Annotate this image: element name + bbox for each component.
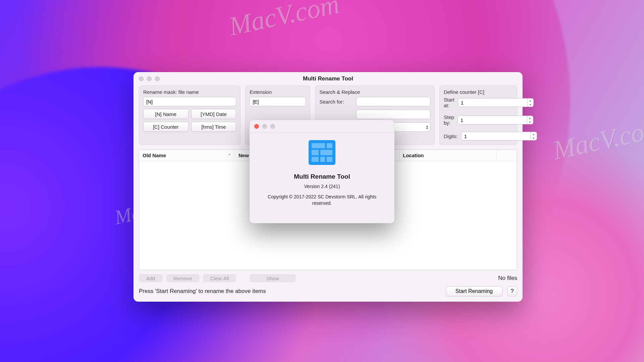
help-button[interactable]: ? bbox=[507, 286, 517, 296]
counter-token-button[interactable]: [C] Counter bbox=[143, 122, 189, 132]
show-button[interactable]: Show bbox=[250, 274, 296, 282]
column-location[interactable]: Location bbox=[399, 150, 497, 161]
search-for-label: Search for: bbox=[319, 99, 353, 105]
name-token-button[interactable]: [N] Name bbox=[143, 109, 189, 119]
define-counter-panel: Define counter [C] Start at: ▴▾ Step by:… bbox=[439, 85, 517, 145]
about-title: Multi Rename Tool bbox=[294, 173, 350, 180]
panel-title: Rename mask: file name bbox=[143, 89, 236, 95]
no-files-label: No files bbox=[498, 275, 517, 282]
titlebar: Multi Rename Tool bbox=[133, 72, 523, 85]
chevron-up-icon[interactable]: ▴ bbox=[527, 116, 533, 120]
rename-mask-panel: Rename mask: file name [N] Name [YMD] Da… bbox=[139, 85, 240, 145]
remove-button[interactable]: Remove bbox=[166, 274, 200, 282]
chevron-down-icon[interactable]: ▾ bbox=[528, 103, 533, 107]
clear-all-button[interactable]: Clear All bbox=[203, 274, 236, 282]
chevron-up-icon: ⌃ bbox=[228, 154, 231, 157]
chevron-down-icon[interactable]: ▾ bbox=[527, 120, 533, 124]
replace-with-label bbox=[319, 112, 353, 117]
panel-title: Search & Replace bbox=[319, 89, 430, 95]
about-dialog: Multi Rename Tool Version 2.4 (241) Copy… bbox=[250, 120, 394, 223]
step-by-input[interactable] bbox=[458, 116, 527, 124]
time-token-button[interactable]: [hms] Time bbox=[191, 122, 236, 132]
digits-label: Digits: bbox=[444, 133, 458, 139]
chevron-up-icon[interactable]: ▴ bbox=[531, 132, 537, 136]
panel-title: Extension bbox=[250, 89, 306, 95]
close-icon[interactable] bbox=[254, 124, 259, 129]
about-titlebar bbox=[250, 120, 394, 133]
minimize-icon[interactable] bbox=[262, 124, 267, 129]
chevron-up-icon[interactable]: ▴ bbox=[528, 99, 533, 103]
start-at-label: Start at: bbox=[444, 97, 454, 108]
extension-input[interactable] bbox=[250, 97, 306, 106]
chevron-updown-icon: ▴▾ bbox=[426, 125, 428, 129]
replace-with-input[interactable] bbox=[356, 110, 430, 119]
panel-title: Define counter [C] bbox=[444, 89, 513, 95]
step-by-label: Step by: bbox=[444, 114, 454, 126]
digits-stepper[interactable]: ▴▾ bbox=[461, 132, 537, 140]
start-at-stepper[interactable]: ▴▾ bbox=[458, 98, 534, 107]
start-renaming-button[interactable]: Start Renaming bbox=[446, 286, 502, 296]
app-icon bbox=[309, 140, 335, 165]
chevron-down-icon[interactable]: ▾ bbox=[531, 136, 537, 140]
search-for-input[interactable] bbox=[356, 97, 430, 106]
add-button[interactable]: Add bbox=[139, 274, 163, 282]
column-old-name[interactable]: Old Name ⌃ bbox=[139, 150, 235, 161]
window-title: Multi Rename Tool bbox=[133, 75, 523, 82]
start-at-input[interactable] bbox=[458, 98, 528, 107]
hint-text: Press 'Start Renaming' to rename the abo… bbox=[139, 288, 266, 295]
rename-mask-input[interactable] bbox=[143, 97, 236, 106]
column-spacer bbox=[497, 150, 517, 161]
zoom-icon[interactable] bbox=[270, 124, 275, 129]
date-token-button[interactable]: [YMD] Date bbox=[191, 109, 236, 119]
step-by-stepper[interactable]: ▴▾ bbox=[458, 116, 533, 124]
about-copyright: Copyright © 2017-2022 SC Devstorm SRL. A… bbox=[250, 194, 394, 206]
about-version: Version 2.4 (241) bbox=[304, 184, 340, 189]
digits-input[interactable] bbox=[461, 132, 531, 140]
